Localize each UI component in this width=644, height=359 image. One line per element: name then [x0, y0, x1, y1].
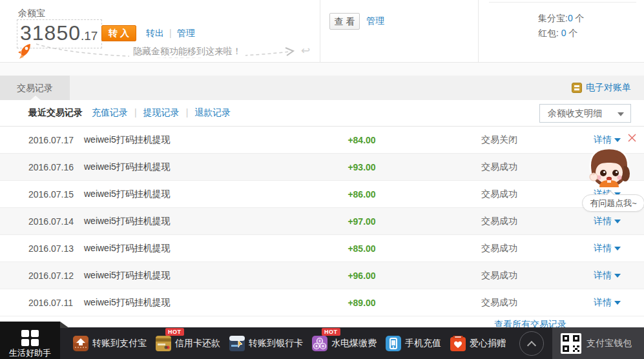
assistant-tooltip[interactable]: 有问题点我~ — [582, 194, 644, 212]
jifenbao-label: 集分宝: — [538, 13, 568, 23]
action-phone-recharge[interactable]: 手机充值 — [385, 335, 441, 352]
table-row: 2016.07.15 weiwei5打码挂机提现 +86.00 交易成功 详情 — [0, 181, 644, 208]
jifenbao-row: 集分宝:0 个 — [538, 13, 585, 25]
action-credit-card-repay[interactable]: HOT 信用卡还款 — [155, 335, 220, 352]
tx-amount: +96.00 — [268, 271, 455, 281]
action-utilities-pay[interactable]: HOT 水电煤缴费 — [311, 335, 377, 352]
rocket-icon — [18, 43, 34, 59]
credit-card-icon — [155, 335, 172, 352]
tx-status: 交易关闭 — [455, 134, 594, 146]
balance-section: 余额宝 31850.17 元 转 入 转出|管理 隐藏金额功能移到这来啦！ ↩ … — [0, 0, 644, 63]
hot-badge: HOT — [165, 328, 184, 336]
fold-decoration — [60, 322, 69, 328]
alipay-wallet-button[interactable]: 支付宝钱包 — [552, 327, 644, 359]
tx-amount: +86.00 — [268, 189, 455, 200]
tx-status: 交易成功 — [455, 270, 594, 282]
tx-status: 交易成功 — [455, 189, 594, 200]
yuebao-links: 转出|管理 — [146, 28, 195, 39]
hongbao-label: 红包: — [538, 28, 561, 38]
dropdown-value: 余额收支明细 — [548, 108, 602, 118]
tx-amount: +84.00 — [268, 135, 455, 145]
spacer-band — [0, 63, 644, 76]
transfer-to-alipay-icon — [72, 335, 89, 352]
tx-status: 交易成功 — [455, 297, 594, 309]
scroll-top-button[interactable] — [519, 331, 544, 356]
detail-link[interactable]: 详情 — [594, 243, 644, 254]
qr-code-icon — [561, 333, 581, 354]
collapse-arrow-icon[interactable]: ↩ — [301, 44, 310, 57]
table-row: 2016.07.12 weiwei5打码挂机提现 +96.00 交易成功 详情 — [0, 262, 644, 289]
refund-records-link[interactable]: 退款记录 — [194, 107, 231, 118]
tx-status: 交易成功 — [455, 216, 594, 227]
detail-link[interactable]: 详情 — [594, 297, 644, 309]
action-transfer-to-bank[interactable]: 转账到银行卡 — [229, 335, 303, 352]
close-icon[interactable] — [627, 133, 637, 143]
chevron-down-icon — [614, 220, 621, 223]
alipay-yuebao-page: 余额宝 31850.17 元 转 入 转出|管理 隐藏金额功能移到这来啦！ ↩ … — [0, 0, 644, 359]
tx-description: weiwei5打码挂机提现 — [84, 243, 268, 254]
charity-heart-icon — [450, 335, 466, 352]
divider — [320, 0, 320, 63]
withdraw-records-link[interactable]: 提现记录 — [143, 107, 180, 118]
jifenbao-value[interactable]: 0 — [568, 13, 573, 23]
table-row: 2016.07.11 weiwei5打码挂机提现 +89.00 交易成功 详情 — [0, 289, 644, 316]
grid-icon — [21, 330, 39, 345]
table-row: 2016.07.16 weiwei5打码挂机提现 +93.00 交易成功 详情 — [0, 154, 644, 181]
divider: | — [134, 107, 137, 118]
tx-date: 2016.07.12 — [28, 271, 84, 281]
table-row: 2016.07.17 weiwei5打码挂机提现 +84.00 交易关闭 详情 — [0, 127, 644, 154]
table-row: 2016.07.14 weiwei5打码挂机提现 +97.00 交易成功 详情 — [0, 208, 644, 235]
hint-text: 隐藏金额功能移到这来啦！ — [129, 46, 245, 57]
filter-row: 最近交易记录充值记录|提现记录|退款记录 余额收支明细 — [0, 100, 644, 127]
tx-status: 交易成功 — [455, 161, 594, 173]
chevron-up-icon — [527, 340, 536, 349]
chevron-down-icon — [614, 301, 621, 305]
yuebao-label: 余额宝 — [18, 8, 45, 19]
view-button[interactable]: 查 看 — [329, 13, 360, 30]
tx-description: weiwei5打码挂机提现 — [84, 161, 268, 173]
balance-manage-link[interactable]: 管理 — [366, 15, 384, 27]
bottom-toolbar: 生活好助手 转账到支付宝 HOT 信用卡还款 转账到银行卡 HOT 水电煤缴费 — [0, 327, 644, 359]
hongbao-value[interactable]: 0 — [561, 28, 566, 38]
bank-card-icon — [229, 335, 245, 352]
tx-description: weiwei5打码挂机提现 — [84, 134, 268, 146]
tx-date: 2016.07.15 — [28, 189, 84, 200]
divider — [489, 2, 636, 3]
divider: | — [186, 107, 189, 118]
tx-date: 2016.07.14 — [28, 216, 84, 227]
tx-status: 交易成功 — [455, 243, 594, 254]
tx-date: 2016.07.16 — [28, 162, 84, 172]
tx-date: 2016.07.11 — [28, 298, 84, 308]
tx-description: weiwei5打码挂机提现 — [84, 297, 268, 309]
table-row: 2016.07.13 weiwei5打码挂机提现 +85.00 交易成功 详情 — [0, 235, 644, 262]
transfer-out-link[interactable]: 转出 — [146, 28, 164, 38]
yuebao-manage-link[interactable]: 管理 — [177, 28, 195, 38]
jifenbao-unit: 个 — [573, 13, 585, 23]
transfer-in-button[interactable]: 转 入 — [101, 25, 136, 41]
tabs-bar: 交易记录 电子对账单 — [0, 76, 644, 100]
bill-icon — [572, 83, 582, 93]
hongbao-unit: 个 — [566, 28, 578, 38]
tx-date: 2016.07.17 — [28, 135, 84, 145]
tx-amount: +85.00 — [268, 243, 455, 254]
chevron-down-icon — [618, 112, 624, 116]
life-helper-button[interactable]: 生活好助手 — [0, 322, 60, 359]
utilities-icon — [311, 335, 328, 352]
detail-link[interactable]: 详情 — [594, 270, 644, 282]
recharge-records-link[interactable]: 充值记录 — [92, 107, 128, 118]
assistant-avatar[interactable] — [585, 147, 633, 189]
tx-description: weiwei5打码挂机提现 — [84, 189, 268, 200]
record-type-dropdown[interactable]: 余额收支明细 — [539, 104, 631, 123]
tx-description: weiwei5打码挂机提现 — [84, 216, 268, 227]
quick-actions: 转账到支付宝 HOT 信用卡还款 转账到银行卡 HOT 水电煤缴费 手机充值 — [72, 327, 506, 359]
action-charity-donate[interactable]: 爱心捐赠 — [450, 335, 506, 352]
e-statement-link[interactable]: 电子对账单 — [572, 82, 631, 94]
recent-records-title: 最近交易记录 — [28, 107, 83, 118]
chevron-down-icon — [614, 247, 621, 251]
tx-description: weiwei5打码挂机提现 — [84, 270, 268, 282]
detail-link[interactable]: 详情 — [594, 216, 644, 227]
chevron-down-icon — [614, 138, 621, 142]
action-transfer-to-alipay[interactable]: 转账到支付宝 — [72, 335, 147, 352]
life-helper-label: 生活好助手 — [0, 347, 60, 359]
chevron-down-icon — [614, 274, 621, 278]
